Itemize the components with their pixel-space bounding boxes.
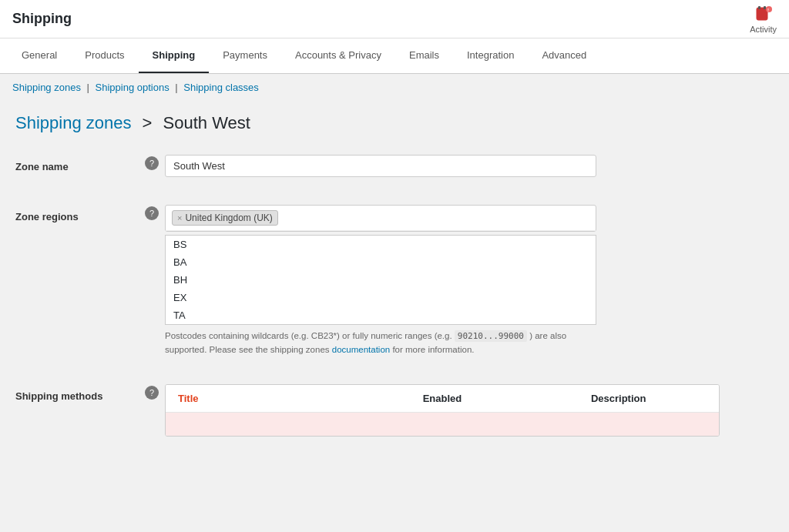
breadcrumb-separator: > [143,113,153,132]
shipping-methods-label: Shipping methods [15,384,139,402]
zone-name-input[interactable] [165,155,596,177]
methods-table-header: Title Enabled Description [166,385,719,413]
postcode-hint: Postcodes containing wildcards (e.g. CB2… [165,330,596,356]
tab-advanced[interactable]: Advanced [528,38,600,73]
activity-button[interactable]: ! Activity [750,5,777,34]
col-enabled: Enabled [354,393,531,404]
top-header: Shipping ! Activity [0,0,789,38]
svg-rect-0 [757,8,767,20]
svg-rect-1 [758,6,760,9]
zone-regions-field-wrap: × United Kingdom (UK) BS BA BH EX TA Pos… [165,205,774,360]
region-tags: × United Kingdom (UK) [166,206,596,231]
col-title: Title [178,393,354,404]
zone-name-help[interactable]: ? [145,156,159,170]
zone-name-field-wrap [165,155,774,177]
documentation-link[interactable]: documentation [332,345,390,354]
postcode-list: BS BA BH EX TA Postcodes containing wild… [165,232,596,360]
postcode-list-inner[interactable]: BS BA BH EX TA [165,235,596,325]
postcode-item-ta[interactable]: TA [166,306,596,324]
methods-table-empty-row [166,413,719,436]
tab-shipping[interactable]: Shipping [139,38,210,73]
tab-emails[interactable]: Emails [395,38,453,73]
breadcrumb-current: South West [163,113,250,132]
svg-rect-2 [764,6,766,9]
region-tag-label: United Kingdom (UK) [185,212,272,223]
postcode-item-bh[interactable]: BH [166,271,596,289]
breadcrumb-parent[interactable]: Shipping zones [15,113,131,132]
postcode-item-bs[interactable]: BS [166,236,596,253]
methods-table: Title Enabled Description [165,384,720,437]
breadcrumb-heading: Shipping zones > South West [15,113,774,133]
tab-products[interactable]: Products [71,38,138,73]
activity-label: Activity [750,25,777,34]
subnav-shipping-zones[interactable]: Shipping zones [12,82,81,93]
sub-nav: Shipping zones | Shipping options | Ship… [0,74,789,101]
zone-regions-help[interactable]: ? [145,206,159,220]
subnav-shipping-classes[interactable]: Shipping classes [183,82,259,93]
shipping-methods-help[interactable]: ? [145,386,159,400]
region-select-box[interactable]: × United Kingdom (UK) [165,205,596,232]
tab-payments[interactable]: Payments [209,38,281,73]
postcode-item-ba[interactable]: BA [166,253,596,271]
region-tag-remove-uk[interactable]: × [177,213,182,223]
tab-integration[interactable]: Integration [453,38,528,73]
subnav-shipping-options[interactable]: Shipping options [96,82,170,93]
page-title: Shipping [12,11,72,27]
zone-name-label: Zone name [15,155,139,172]
tab-general[interactable]: General [8,38,71,73]
zone-regions-label: Zone regions [15,205,139,223]
tabs-bar: General Products Shipping Payments Accou… [0,38,789,74]
page-content: Shipping zones > South West Zone name ? … [0,101,789,455]
tab-accounts[interactable]: Accounts & Privacy [281,38,395,73]
col-description: Description [530,393,707,404]
region-tag-uk: × United Kingdom (UK) [172,210,278,226]
svg-text:!: ! [767,8,769,12]
postcode-item-ex[interactable]: EX [166,289,596,306]
activity-icon: ! [754,5,773,23]
shipping-methods-field-wrap: Title Enabled Description [165,384,774,437]
